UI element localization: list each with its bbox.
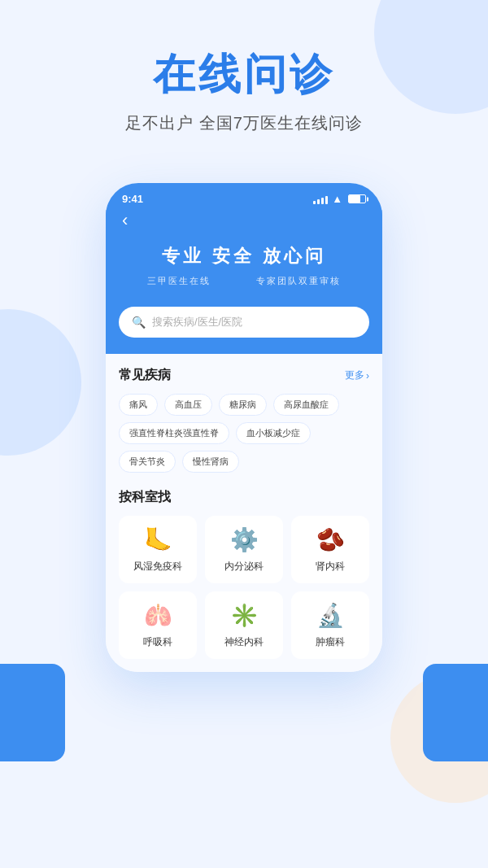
dept-name-5: 肿瘤科 — [316, 635, 345, 649]
dept-name-3: 呼吸科 — [143, 635, 172, 649]
search-icon: 🔍 — [132, 316, 146, 329]
dept-card-4[interactable]: ✳️ 神经内科 — [205, 591, 283, 659]
departments-header: 按科室找 — [119, 489, 369, 506]
disease-tag-4[interactable]: 强直性脊柱炎强直性脊 — [119, 422, 229, 444]
phone-top-area: 9:41 ▲ ‹ 专业 安全 放心问 — [106, 183, 382, 354]
disease-tag-6[interactable]: 骨关节炎 — [119, 451, 176, 473]
departments-title: 按科室找 — [119, 489, 171, 506]
disease-tags-container: 痛风 高血压 糖尿病 高尿血酸症 强直性脊柱炎强直性脊 血小板减少症 骨关节炎 … — [119, 394, 369, 473]
header-subtitle: 足不出户 全国7万医生在线问诊 — [16, 112, 472, 134]
wifi-icon: ▲ — [332, 193, 342, 205]
departments-grid: 🦶 风湿免疫科 ⚙️ 内分泌科 🫘 肾内科 🫁 呼吸科 ✳️ 神经内科 — [119, 516, 369, 659]
disease-tag-5[interactable]: 血小板减少症 — [236, 422, 311, 444]
dept-card-2[interactable]: 🫘 肾内科 — [291, 516, 369, 583]
dept-icon-4: ✳️ — [230, 604, 259, 627]
dept-icon-3: 🫁 — [144, 604, 172, 627]
phone-hero: ‹ 专业 安全 放心问 三甲医生在线 专家团队双重审核 — [106, 210, 382, 307]
chevron-right-icon: › — [366, 370, 369, 382]
bottom-bar-left — [0, 664, 65, 761]
phone-frame: 9:41 ▲ ‹ 专业 安全 放心问 — [106, 183, 382, 672]
search-input-placeholder: 搜索疾病/医生/医院 — [152, 315, 242, 329]
status-right-icons: ▲ — [313, 193, 366, 205]
phone-mockup: 9:41 ▲ ‹ 专业 安全 放心问 — [0, 183, 488, 672]
hero-subtitle-left: 三甲医生在线 — [147, 276, 211, 286]
disease-tag-0[interactable]: 痛风 — [119, 394, 158, 416]
dept-icon-1: ⚙️ — [230, 529, 259, 552]
dept-name-1: 内分泌科 — [224, 560, 264, 574]
dept-card-0[interactable]: 🦶 风湿免疫科 — [119, 516, 197, 583]
disease-tag-1[interactable]: 高血压 — [164, 394, 212, 416]
hero-subtitle-separator — [229, 276, 239, 286]
common-diseases-header: 常见疾病 更多 › — [119, 367, 369, 384]
back-button[interactable]: ‹ — [122, 210, 366, 231]
hero-subtitle: 三甲医生在线 专家团队双重审核 — [122, 275, 366, 287]
disease-tag-2[interactable]: 糖尿病 — [219, 394, 267, 416]
disease-tag-7[interactable]: 慢性肾病 — [182, 451, 239, 473]
more-button[interactable]: 更多 › — [345, 369, 369, 382]
search-bar[interactable]: 🔍 搜索疾病/医生/医院 — [119, 307, 369, 338]
header-section: 在线问诊 足不出户 全国7万医生在线问诊 — [0, 0, 488, 159]
dept-icon-5: 🔬 — [316, 604, 345, 627]
status-bar: 9:41 ▲ — [106, 183, 382, 210]
dept-name-4: 神经内科 — [224, 635, 264, 649]
bottom-bar-right — [423, 664, 488, 761]
hero-title: 专业 安全 放心问 — [122, 244, 366, 268]
dept-card-3[interactable]: 🫁 呼吸科 — [119, 591, 197, 659]
dept-icon-0: 🦶 — [144, 529, 172, 552]
dept-name-2: 肾内科 — [316, 560, 345, 574]
bottom-decoration — [0, 664, 488, 761]
more-label: 更多 — [345, 369, 364, 382]
dept-icon-2: 🫘 — [316, 529, 345, 552]
search-bar-wrapper: 🔍 搜索疾病/医生/医院 — [106, 307, 382, 354]
dept-name-0: 风湿免疫科 — [133, 560, 182, 574]
dept-card-5[interactable]: 🔬 肿瘤科 — [291, 591, 369, 659]
common-diseases-title: 常见疾病 — [119, 367, 171, 384]
phone-body: 常见疾病 更多 › 痛风 高血压 糖尿病 高尿血酸症 强直性脊柱炎强直性脊 血小… — [106, 354, 382, 672]
disease-tag-3[interactable]: 高尿血酸症 — [273, 394, 339, 416]
page-title: 在线问诊 — [16, 49, 472, 99]
dept-card-1[interactable]: ⚙️ 内分泌科 — [205, 516, 283, 583]
battery-icon — [348, 194, 366, 203]
signal-icon — [313, 194, 328, 204]
status-time: 9:41 — [122, 193, 143, 205]
hero-subtitle-right: 专家团队双重审核 — [256, 276, 341, 286]
